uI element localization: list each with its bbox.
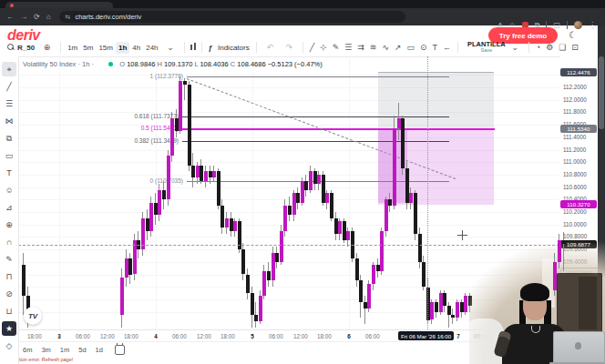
template-caret-icon[interactable]: ⌄ (508, 43, 522, 52)
candle-body (296, 193, 300, 202)
hide-tool[interactable]: ⊘ (2, 287, 16, 301)
site-settings-icon[interactable]: ⇆ (66, 14, 71, 21)
range-1d[interactable]: 1d (96, 346, 103, 354)
crosshair-time-badge: Fri 06 Mar '26 16:00 (398, 331, 454, 340)
wave-tool[interactable]: ∿ (382, 43, 389, 52)
zoom-in-tool[interactable]: ⊕ (2, 217, 16, 232)
candle-body (422, 262, 426, 287)
range-1m[interactable]: 1m (60, 346, 69, 354)
browser-tab[interactable] (5, 2, 113, 8)
settings-icon[interactable]: ⚙ (546, 43, 553, 52)
price-tick-label: 110.6000 (563, 184, 587, 190)
url-bar[interactable]: ⇆ charts.deriv.com/deriv (59, 11, 405, 23)
price-tick-label: 110.0000 (563, 221, 587, 228)
zone-box[interactable] (378, 72, 494, 129)
candle-body (456, 302, 459, 318)
candle-body (233, 221, 237, 230)
channel-tool[interactable]: ⇉ (357, 43, 364, 52)
add-chart-icon[interactable]: ⊕ (40, 43, 54, 52)
template-button[interactable]: PLANTILLA Save (467, 42, 506, 53)
fib-retracement-tool[interactable]: ☰ (2, 96, 16, 111)
xabcd-pattern-tool[interactable]: ⋈ (2, 114, 16, 128)
cursor-plus (462, 230, 463, 240)
candle-body (280, 231, 283, 262)
range-3m[interactable]: 3m (41, 346, 50, 354)
indicators-button[interactable]: Indicators (218, 44, 250, 52)
projection-tool[interactable]: ⧉ (2, 131, 16, 146)
candle-body (212, 171, 216, 177)
circle-tool[interactable]: ⊙ (420, 43, 427, 52)
text-tool[interactable]: T (2, 166, 16, 180)
candle-body (430, 302, 434, 319)
screenshot-icon[interactable]: ⊡ (571, 43, 579, 52)
fib-line[interactable] (182, 116, 449, 117)
rectangle-tool[interactable]: ▭ (2, 148, 16, 163)
browser-scrollbar-thumb[interactable] (599, 56, 604, 129)
chart-type-icon[interactable] (189, 43, 198, 52)
timeframe-24h[interactable]: 24h (143, 42, 160, 54)
indicators-f-icon[interactable]: ƒ (209, 44, 212, 52)
timeframe-5m[interactable]: 5m (80, 42, 96, 54)
candle-body (304, 181, 308, 190)
v-gridline (252, 56, 253, 329)
home-icon[interactable]: ⌂ (46, 13, 51, 21)
long-arrow-tool[interactable]: ← (443, 43, 451, 52)
interval-label[interactable]: 1h (82, 60, 89, 68)
search-icon[interactable] (7, 44, 15, 51)
candle-wick (364, 296, 365, 324)
timeframe-1h[interactable]: 1h (116, 42, 129, 54)
ruler-tool[interactable]: ⊿ (2, 200, 16, 215)
ideas-tool[interactable]: ◇ (2, 339, 16, 353)
candle-body (355, 258, 359, 280)
back-icon[interactable]: ← (6, 13, 14, 21)
candle-body (435, 302, 438, 311)
price-tick-label: 111.2000 (563, 147, 586, 153)
time-tick-day: 4 (154, 333, 158, 339)
timeframe-4h[interactable]: 4h (129, 42, 143, 54)
crosshair-tool[interactable]: ⌖ (2, 62, 16, 76)
brush-tool[interactable]: ✎ (333, 43, 340, 52)
magnet-tool[interactable]: ∩ (2, 235, 16, 249)
candle-body (447, 306, 451, 315)
rectangle-tool[interactable]: ▭ (406, 43, 415, 52)
trendline-tool[interactable]: ╱ (2, 79, 16, 94)
undo-icon[interactable]: ↶ (263, 43, 277, 52)
profile-avatar[interactable] (574, 21, 582, 29)
timeframe-1m[interactable]: 1m (65, 42, 80, 54)
favorites-tool[interactable]: ★ (2, 321, 16, 336)
timeframe-group: 1m5m15m1h4h24h (65, 44, 160, 52)
downloads-icon[interactable]: ▢ (553, 21, 560, 29)
forward-icon[interactable]: → (20, 13, 27, 21)
timeframe-15m[interactable]: 15m (96, 42, 116, 54)
browser-menu-icon[interactable]: ⋮ (589, 21, 596, 29)
horizontal-lines-tool[interactable]: ☰ (344, 43, 352, 52)
candle-body (149, 203, 153, 231)
range-5d[interactable]: 5d (78, 346, 86, 354)
timeframe-caret-icon[interactable]: ⌄ (164, 43, 178, 52)
symbol-label[interactable]: R_50 (17, 44, 35, 52)
calendar-icon[interactable] (115, 345, 125, 355)
price-tick-label: 111.8000 (563, 108, 586, 115)
tradingview-logo[interactable]: TV (24, 307, 42, 325)
arrow-tool[interactable]: ↗ (395, 43, 402, 52)
fib-line[interactable] (182, 141, 449, 142)
reload-icon[interactable]: ⟳ (34, 13, 40, 21)
toolbar-divider (0, 56, 598, 57)
delete-tool[interactable]: ⊔ (2, 304, 16, 318)
candle-body (367, 284, 371, 308)
low-label: L (194, 60, 198, 68)
fib-line[interactable] (187, 76, 449, 77)
emoji-tool[interactable]: ☺ (2, 183, 16, 197)
symbol-title[interactable]: Volatility 50 Index (23, 60, 76, 68)
cross-tool[interactable]: ⊹ (320, 43, 327, 52)
text-tool[interactable]: T (433, 43, 438, 52)
fib-line[interactable] (182, 128, 495, 130)
line-tool[interactable]: ╱ (310, 43, 314, 52)
fib-tool[interactable]: ≋ (370, 43, 377, 52)
fullscreen-icon[interactable]: ❏ (559, 43, 566, 52)
range-6m[interactable]: 6m (23, 346, 32, 354)
draw-tool[interactable]: ✎ (2, 252, 16, 267)
chart-view-icon[interactable]: ◔ (536, 43, 540, 52)
lock-tool[interactable]: ⊓ (2, 269, 16, 284)
redo-icon[interactable]: ↷ (282, 43, 296, 52)
